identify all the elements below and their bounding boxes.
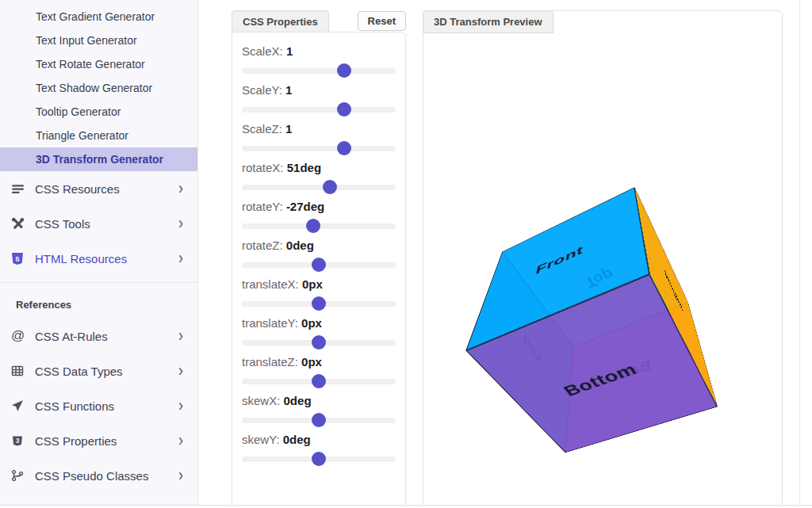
sidebar-item-css-at-rules[interactable]: @ CSS At-Rules › xyxy=(0,319,197,353)
chevron-right-icon: › xyxy=(178,327,183,345)
skewy-slider-track[interactable] xyxy=(242,456,396,462)
slider-label: rotateX: 51deg xyxy=(242,161,396,174)
sidebar-item-css-functions[interactable]: CSS Functions › xyxy=(0,388,197,423)
transform-cube: Front Back Top Bottom Left Right xyxy=(522,250,688,407)
tools-icon xyxy=(11,217,32,231)
sidebar-item-css-properties[interactable]: 3 CSS Properties › xyxy=(0,423,197,458)
slider-label: rotateY: -27deg xyxy=(242,200,396,213)
rotatex-slider-thumb[interactable] xyxy=(323,180,337,194)
slider-row-scalez: ScaleZ: 1 xyxy=(242,122,396,151)
generator-nav: Text Gradient Generator Text Input Gener… xyxy=(0,0,197,171)
sidebar-item-triangle-generator[interactable]: Triangle Generator xyxy=(0,124,197,147)
sidebar-item-label: CSS Functions xyxy=(32,399,178,413)
app-window: Text Gradient Generator Text Input Gener… xyxy=(0,0,812,508)
sidebar-item-text-input-generator[interactable]: Text Input Generator xyxy=(0,29,197,52)
sidebar-divider xyxy=(0,282,197,283)
page-right-border xyxy=(799,0,800,506)
preview-panel: 3D Transform Preview Front Back Top Bott… xyxy=(423,10,783,508)
css3-shield-icon: 3 xyxy=(11,434,32,447)
slider-label: ScaleZ: 1 xyxy=(242,122,396,136)
sidebar-item-label: HTML Resources xyxy=(32,252,178,265)
scaley-slider-track[interactable] xyxy=(242,107,396,113)
slider-label: ScaleY: 1 xyxy=(242,83,396,97)
sidebar-item-label: CSS Pseudo Classes xyxy=(32,469,178,483)
chevron-right-icon: › xyxy=(178,250,183,267)
sliders-panel: ScaleX: 1 ScaleY: 1 ScaleZ: 1 rotateX: 5… xyxy=(232,32,406,508)
slider-label: translateZ: 0px xyxy=(242,355,396,369)
rotatey-slider-track[interactable] xyxy=(242,223,396,229)
slider-row-skewy: skewY: 0deg xyxy=(242,433,396,462)
table-icon xyxy=(11,365,32,377)
sidebar-item-css-tools[interactable]: CSS Tools › xyxy=(0,206,197,241)
sidebar-item-css-resources[interactable]: CSS Resources › xyxy=(0,171,197,206)
cube-scene: Front Back Top Bottom Left Right xyxy=(520,243,679,401)
chevron-right-icon: › xyxy=(178,180,183,197)
reset-button[interactable]: Reset xyxy=(358,11,406,31)
rotatey-slider-thumb[interactable] xyxy=(306,219,320,233)
chevron-right-icon: › xyxy=(178,362,183,380)
sidebar-item-text-gradient-generator[interactable]: Text Gradient Generator xyxy=(0,5,197,29)
sidebar-item-text-rotate-generator[interactable]: Text Rotate Generator xyxy=(0,52,197,76)
sidebar-item-css-pseudo-classes[interactable]: CSS Pseudo Classes › xyxy=(0,458,197,493)
svg-text:3: 3 xyxy=(16,437,20,445)
sidebar-item-css-data-types[interactable]: CSS Data Types › xyxy=(0,353,197,388)
translatez-slider-thumb[interactable] xyxy=(312,374,326,388)
scalez-slider-track[interactable] xyxy=(242,146,396,151)
paper-plane-icon xyxy=(11,399,32,412)
slider-row-rotatez: rotateZ: 0deg xyxy=(242,239,396,268)
css-properties-tab: CSS Properties xyxy=(232,10,329,33)
translatey-slider-track[interactable] xyxy=(242,340,396,346)
chevron-right-icon: › xyxy=(178,397,183,414)
scalex-slider-track[interactable] xyxy=(242,68,396,74)
chevron-right-icon: › xyxy=(178,467,183,484)
slider-row-skewx: skewX: 0deg xyxy=(242,394,396,423)
at-icon: @ xyxy=(11,328,32,344)
chevron-right-icon: › xyxy=(178,215,183,232)
sidebar-item-label: CSS Properties xyxy=(32,434,178,448)
slider-label: translateX: 0px xyxy=(242,277,396,291)
translatex-slider-track[interactable] xyxy=(242,301,396,307)
preview-tab: 3D Transform Preview xyxy=(423,10,553,33)
rotatex-slider-track[interactable] xyxy=(242,185,396,190)
slider-row-translatey: translateY: 0px xyxy=(242,316,396,346)
sidebar-item-tooltip-generator[interactable]: Tooltip Generator xyxy=(0,100,197,124)
chevron-right-icon: › xyxy=(178,432,183,449)
sidebar-item-label: CSS Resources xyxy=(32,182,178,196)
list-icon xyxy=(11,182,32,196)
slider-label: skewY: 0deg xyxy=(242,433,396,446)
sidebar-item-html-resources[interactable]: 5 HTML Resources › xyxy=(0,241,197,276)
translatez-slider-track[interactable] xyxy=(242,379,396,384)
slider-row-rotatey: rotateY: -27deg xyxy=(242,200,396,229)
html5-shield-icon: 5 xyxy=(11,252,32,265)
slider-label: ScaleX: 1 xyxy=(242,44,396,58)
slider-row-translatez: translateZ: 0px xyxy=(242,355,396,384)
git-branch-icon xyxy=(11,469,32,482)
sidebar: Text Gradient Generator Text Input Gener… xyxy=(0,0,198,505)
slider-row-translatex: translateX: 0px xyxy=(242,277,396,307)
sidebar-item-label: CSS Data Types xyxy=(32,365,178,378)
rotatez-slider-track[interactable] xyxy=(242,262,396,268)
slider-label: translateY: 0px xyxy=(242,316,396,330)
sidebar-item-text-shadow-generator[interactable]: Text Shadow Generator xyxy=(0,76,197,100)
slider-row-scaley: ScaleY: 1 xyxy=(242,83,396,113)
rotatez-slider-thumb[interactable] xyxy=(312,258,326,272)
skewx-slider-thumb[interactable] xyxy=(312,413,326,427)
scalex-slider-thumb[interactable] xyxy=(337,63,351,78)
svg-text:5: 5 xyxy=(15,254,19,262)
sidebar-item-label: CSS Tools xyxy=(32,217,178,231)
page-bottom-border xyxy=(0,505,812,508)
translatey-slider-thumb[interactable] xyxy=(312,335,326,349)
sidebar-item-3d-transform-generator[interactable]: 3D Transform Generator xyxy=(0,147,197,171)
preview-card: 3D Transform Preview Front Back Top Bott… xyxy=(423,10,783,508)
scalez-slider-thumb[interactable] xyxy=(337,141,351,155)
scaley-slider-thumb[interactable] xyxy=(337,102,351,116)
skewy-slider-thumb[interactable] xyxy=(312,452,326,466)
sidebar-item-label: CSS At-Rules xyxy=(32,330,178,343)
translatex-slider-thumb[interactable] xyxy=(312,296,326,311)
references-heading: References xyxy=(0,292,197,319)
slider-row-rotatex: rotateX: 51deg xyxy=(242,161,396,190)
css-properties-card: CSS Properties Reset ScaleX: 1 ScaleY: 1… xyxy=(232,10,406,508)
skewx-slider-track[interactable] xyxy=(242,418,396,423)
slider-row-scalex: ScaleX: 1 xyxy=(242,44,396,74)
slider-label: skewX: 0deg xyxy=(242,394,396,407)
